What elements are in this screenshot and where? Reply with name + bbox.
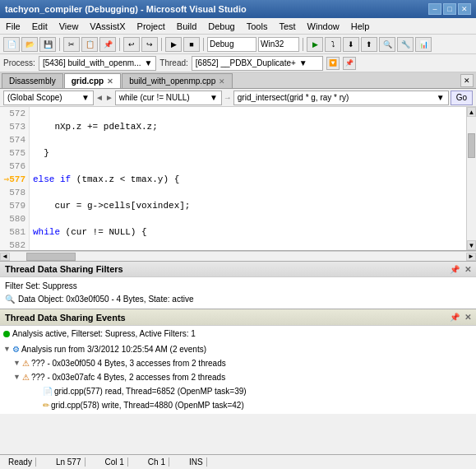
process-dropdown[interactable]: [5436] build_with_openm... ▼ (39, 56, 156, 71)
nav-right-arrow[interactable]: ► (105, 93, 113, 102)
status-bar: Ready Ln 577 Col 1 Ch 1 INS (0, 454, 476, 469)
filter-close-panel-btn[interactable]: ✕ (464, 265, 471, 274)
expand-2[interactable]: ▼ (13, 371, 21, 383)
close-button[interactable]: ✕ (458, 3, 471, 15)
func-dropdown[interactable]: while (cur != NULL) ▼ (115, 91, 222, 105)
menu-edit[interactable]: Edit (30, 21, 50, 32)
events-panel-title: Thread Data Sharing Events (5, 313, 126, 323)
step-into-btn[interactable]: ⬇ (343, 37, 359, 52)
menu-test[interactable]: Test (276, 21, 298, 32)
tree-item-1[interactable]: ▼ ⚠ ??? - 0x03e0f050 4 Bytes, 3 accesses… (3, 356, 473, 370)
code-lines[interactable]: nXp.z += pdeltaX.z; } else if (tmax.z < … (30, 107, 466, 250)
code-nav-bar: (Global Scope) ▼ ◄ ► while (cur != NULL)… (0, 89, 476, 107)
save-btn[interactable]: 💾 (39, 37, 56, 52)
process-label: Process: (3, 58, 35, 67)
undo-btn[interactable]: ↩ (123, 37, 140, 52)
ext3-btn[interactable]: 📊 (415, 37, 432, 52)
menu-project[interactable]: Project (135, 21, 168, 32)
filter-panel: Thread Data Sharing Filters 📌 ✕ Filter S… (0, 261, 476, 309)
tree-icon-1: ⚠ (22, 357, 30, 369)
filter-pin-btn[interactable]: 📌 (450, 265, 460, 274)
thread-extra-btn[interactable]: 📌 (343, 57, 356, 70)
sep1 (59, 38, 60, 51)
menu-help[interactable]: Help (349, 21, 372, 32)
stop-btn[interactable]: ■ (183, 37, 200, 52)
tree-text-2: ??? - 0x03e07afc 4 Bytes, 2 accesses fro… (31, 371, 225, 383)
events-status-row: Analysis active, Filterset: Supress, Act… (3, 327, 473, 340)
paste-btn[interactable]: 📌 (99, 37, 116, 52)
status-ins: INS (186, 457, 207, 467)
scrollbar-thumb[interactable] (468, 133, 475, 158)
filter-btn[interactable]: 🔽 (326, 57, 340, 70)
full-func-dropdown[interactable]: grid_intersect(grid * g, ray * ry) ▼ (233, 91, 449, 105)
document-tabs: Disassembly grid.cpp ✕ build_with_openmp… (0, 72, 476, 89)
scope-dropdown[interactable]: (Global Scope) ▼ (3, 91, 94, 105)
menu-view[interactable]: View (57, 21, 81, 32)
maximize-button[interactable]: □ (443, 3, 456, 15)
process-arrow: ▼ (144, 58, 152, 67)
expand-0[interactable]: ▼ (3, 343, 11, 355)
platform-dropdown[interactable]: Win32 (258, 37, 299, 52)
code-scrollbar-h[interactable]: ◄ ► (0, 251, 476, 261)
step-over-btn[interactable]: ⤵ (325, 37, 341, 52)
build-btn[interactable]: ▶ (165, 37, 182, 52)
menu-file[interactable]: File (3, 21, 23, 32)
sep4 (203, 38, 204, 51)
tree-item-0[interactable]: ▼ ⚙ Analysis run from 3/3/2012 10:25:54 … (3, 342, 473, 356)
events-panel-controls: 📌 ✕ (446, 313, 471, 322)
config-dropdown[interactable]: Debug (207, 37, 256, 52)
step-out-btn[interactable]: ⬆ (361, 37, 377, 52)
tree-icon-4: ✏ (43, 399, 49, 411)
sep5 (303, 38, 303, 51)
events-close-panel-btn[interactable]: ✕ (464, 313, 471, 322)
ext2-btn[interactable]: 🔧 (397, 37, 414, 52)
start-debug-btn[interactable]: ▶ (307, 37, 323, 52)
tab-disassembly[interactable]: Disassembly (2, 73, 63, 88)
minimize-button[interactable]: – (428, 3, 441, 15)
copy-btn[interactable]: 📋 (81, 37, 98, 52)
ext1-btn[interactable]: 🔍 (379, 37, 395, 52)
scope-value: (Global Scope) (7, 93, 62, 102)
tab-openmp-cpp[interactable]: build_with_openmp.cpp ✕ (122, 73, 233, 88)
tree-item-3[interactable]: 📄 grid.cpp(577) read, Thread=6852 (OpenM… (3, 384, 473, 398)
go-button[interactable]: Go (451, 91, 473, 105)
menu-bar: File Edit View VAssistX Project Build De… (0, 18, 476, 35)
open-btn[interactable]: 📂 (21, 37, 38, 52)
func-value: while (cur != NULL) (119, 93, 190, 102)
close-all-docs-btn[interactable]: ✕ (460, 74, 474, 87)
tree-text-4: grid.cpp(578) write, Thread=4880 (OpenMP… (51, 399, 244, 411)
events-status-text: Analysis active, Filterset: Supress, Act… (12, 327, 196, 340)
events-panel-header: Thread Data Sharing Events 📌 ✕ (0, 309, 476, 326)
menu-debug[interactable]: Debug (206, 21, 237, 32)
filter-set-row: Filter Set: Suppress (5, 280, 471, 293)
tab-grid-cpp[interactable]: grid.cpp ✕ (64, 73, 121, 88)
menu-vassistx[interactable]: VAssistX (87, 21, 127, 32)
h-scrollbar-thumb[interactable] (26, 253, 76, 261)
func-arrow: ▼ (210, 93, 218, 102)
expand-1[interactable]: ▼ (13, 357, 21, 369)
title-text: tachyon_compiler (Debugging) - Microsoft… (5, 4, 247, 14)
nav-left-arrow[interactable]: ◄ (95, 93, 104, 102)
menu-build[interactable]: Build (174, 21, 199, 32)
toolbar-main: 📄 📂 💾 ✂ 📋 📌 ↩ ↪ ▶ ■ Debug Win32 ▶ ⤵ ⬇ ⬆ … (0, 35, 476, 54)
tab-grid-cpp-close[interactable]: ✕ (107, 77, 113, 86)
status-col: Col 1 (102, 457, 128, 467)
events-pin-btn[interactable]: 📌 (450, 313, 460, 322)
process-value: [5436] build_with_openm... (43, 58, 141, 67)
status-indicator (3, 331, 10, 337)
thread-dropdown[interactable]: [6852] __PDBX_Duplicate+ ▼ (192, 56, 323, 71)
menu-tools[interactable]: Tools (244, 21, 270, 32)
menu-window[interactable]: Window (305, 21, 342, 32)
scope-arrow: ▼ (81, 93, 90, 102)
tree-item-4[interactable]: ✏ grid.cpp(578) write, Thread=4880 (Open… (3, 398, 473, 412)
sep2 (119, 38, 120, 51)
tree-item-2[interactable]: ▼ ⚠ ??? - 0x03e07afc 4 Bytes, 2 accesses… (3, 370, 473, 384)
new-file-btn[interactable]: 📄 (3, 37, 20, 52)
tab-grid-cpp-label: grid.cpp (72, 77, 104, 86)
tab-disassembly-label: Disassembly (9, 77, 56, 86)
data-object-row: 🔍 Data Object: 0x03e0f050 - 4 Bytes, Sta… (5, 293, 471, 306)
tab-openmp-cpp-close[interactable]: ✕ (219, 77, 225, 86)
redo-btn[interactable]: ↪ (141, 37, 158, 52)
code-scrollbar-v[interactable]: ▲ ▼ (466, 107, 476, 250)
cut-btn[interactable]: ✂ (63, 37, 80, 52)
